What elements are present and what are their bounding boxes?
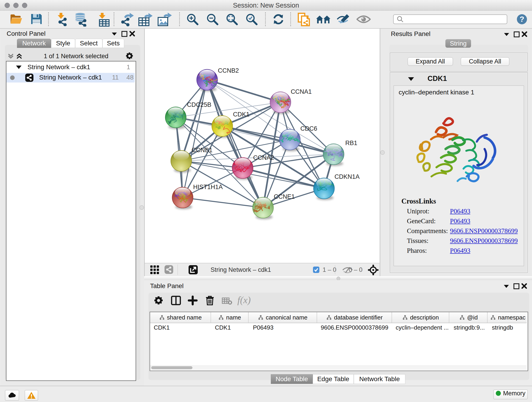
svg-text:CDC6: CDC6	[300, 125, 317, 132]
svg-text:CCNB2: CCNB2	[218, 67, 239, 74]
svg-text:CCNE1: CCNE1	[274, 193, 295, 200]
svg-text:CDKN1A: CDKN1A	[335, 173, 360, 180]
svg-text:RB1: RB1	[345, 140, 357, 147]
svg-text:CDK1: CDK1	[233, 111, 249, 118]
svg-text:CDC25B: CDC25B	[187, 101, 211, 108]
svg-text:CCNB1: CCNB1	[191, 147, 213, 153]
svg-text:HIST1H1A: HIST1H1A	[193, 184, 223, 191]
svg-text:CCNA2: CCNA2	[253, 154, 274, 161]
svg-text:CCNA1: CCNA1	[291, 88, 312, 95]
